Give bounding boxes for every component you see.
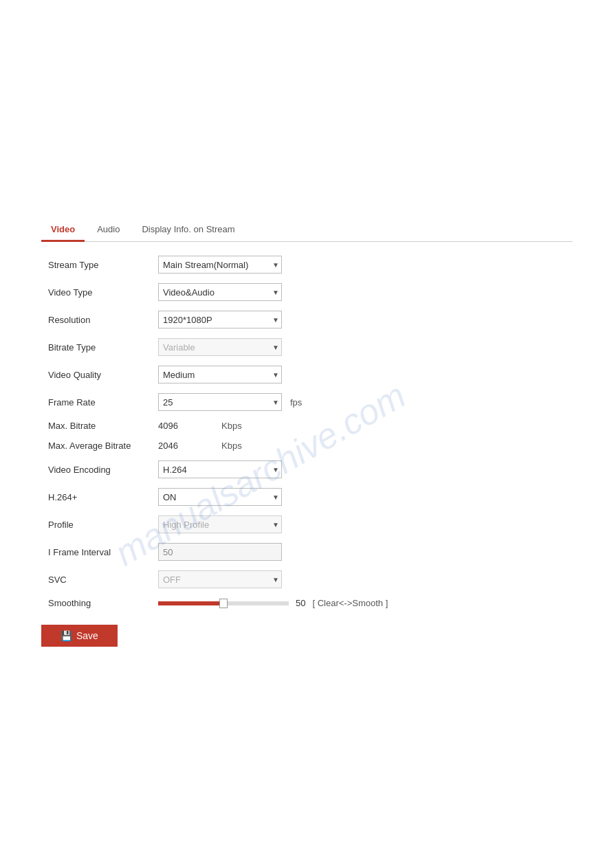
- video-type-select[interactable]: Video&Audio Video Audio: [158, 283, 282, 301]
- h264plus-row: H.264+ ON OFF ▼: [48, 488, 566, 506]
- max-avg-bitrate-label: Max. Average Bitrate: [48, 441, 158, 451]
- video-encoding-select[interactable]: H.264 H.265 MJPEG: [158, 460, 282, 478]
- svc-label: SVC: [48, 575, 158, 585]
- tab-audio[interactable]: Audio: [87, 220, 129, 242]
- max-bitrate-row: Max. Bitrate 4096 Kbps: [48, 421, 566, 431]
- video-quality-label: Video Quality: [48, 370, 158, 380]
- frame-rate-label: Frame Rate: [48, 397, 158, 408]
- main-content: Video Audio Display Info. on Stream Stre…: [0, 192, 614, 674]
- h264plus-select[interactable]: ON OFF: [158, 488, 282, 506]
- h264plus-label: H.264+: [48, 492, 158, 502]
- profile-select[interactable]: High Profile Main Profile Baseline Profi…: [158, 515, 282, 533]
- i-frame-interval-input[interactable]: [158, 543, 282, 561]
- max-bitrate-control: 4096 Kbps: [158, 421, 242, 431]
- smoothing-value: 50: [296, 598, 305, 608]
- smoothing-hint: [ Clear<->Smooth ]: [312, 598, 388, 608]
- frame-rate-row: Frame Rate 1234 5678 10121520 25 ▼ fps: [48, 393, 566, 411]
- i-frame-interval-row: I Frame Interval: [48, 543, 566, 561]
- save-button-wrap: 💾 Save: [41, 625, 573, 647]
- video-encoding-label: Video Encoding: [48, 465, 158, 475]
- tab-display[interactable]: Display Info. on Stream: [132, 220, 244, 242]
- max-bitrate-unit: Kbps: [221, 421, 242, 431]
- stream-type-select-wrapper: Main Stream(Normal) Sub Stream Third Str…: [158, 256, 282, 274]
- profile-control: High Profile Main Profile Baseline Profi…: [158, 515, 282, 533]
- video-quality-control: Lowest Lower Low Medium Higher Highest ▼: [158, 366, 282, 383]
- smoothing-slider-thumb[interactable]: [219, 599, 228, 608]
- form-section: Stream Type Main Stream(Normal) Sub Stre…: [41, 256, 573, 608]
- profile-row: Profile High Profile Main Profile Baseli…: [48, 515, 566, 533]
- resolution-label: Resolution: [48, 315, 158, 325]
- bitrate-type-label: Bitrate Type: [48, 342, 158, 353]
- video-encoding-select-wrapper: H.264 H.265 MJPEG ▼: [158, 460, 282, 478]
- i-frame-interval-control: [158, 543, 282, 561]
- frame-rate-select[interactable]: 1234 5678 10121520 25: [158, 393, 282, 411]
- max-avg-bitrate-unit: Kbps: [221, 441, 242, 451]
- stream-type-control: Main Stream(Normal) Sub Stream Third Str…: [158, 256, 282, 274]
- resolution-select[interactable]: 1920*1080P 1280*720P 704*576: [158, 311, 282, 329]
- max-bitrate-label: Max. Bitrate: [48, 421, 158, 431]
- video-type-row: Video Type Video&Audio Video Audio ▼: [48, 283, 566, 301]
- stream-type-row: Stream Type Main Stream(Normal) Sub Stre…: [48, 256, 566, 274]
- svc-control: OFF ON ▼: [158, 570, 282, 588]
- smoothing-label: Smoothing: [48, 598, 158, 608]
- resolution-control: 1920*1080P 1280*720P 704*576 ▼: [158, 311, 282, 329]
- stream-type-label: Stream Type: [48, 260, 158, 270]
- smoothing-slider-fill: [158, 601, 223, 605]
- video-quality-select-wrapper: Lowest Lower Low Medium Higher Highest ▼: [158, 366, 282, 383]
- video-encoding-control: H.264 H.265 MJPEG ▼: [158, 460, 282, 478]
- smoothing-slider-track[interactable]: [158, 601, 289, 605]
- profile-label: Profile: [48, 520, 158, 530]
- save-icon: 💾: [61, 630, 72, 641]
- bitrate-type-select[interactable]: Variable Constant: [158, 338, 282, 356]
- video-type-label: Video Type: [48, 287, 158, 298]
- frame-rate-unit: fps: [290, 397, 302, 408]
- stream-type-select[interactable]: Main Stream(Normal) Sub Stream Third Str…: [158, 256, 282, 274]
- h264plus-select-wrapper: ON OFF ▼: [158, 488, 282, 506]
- video-quality-select[interactable]: Lowest Lower Low Medium Higher Highest: [158, 366, 282, 383]
- video-type-select-wrapper: Video&Audio Video Audio ▼: [158, 283, 282, 301]
- resolution-select-wrapper: 1920*1080P 1280*720P 704*576 ▼: [158, 311, 282, 329]
- i-frame-interval-label: I Frame Interval: [48, 547, 158, 557]
- resolution-row: Resolution 1920*1080P 1280*720P 704*576 …: [48, 311, 566, 329]
- frame-rate-select-wrapper: 1234 5678 10121520 25 ▼: [158, 393, 282, 411]
- max-avg-bitrate-value: 2046: [158, 441, 213, 451]
- svc-select-wrapper: OFF ON ▼: [158, 570, 282, 588]
- max-avg-bitrate-control: 2046 Kbps: [158, 441, 242, 451]
- smoothing-control: 50 [ Clear<->Smooth ]: [158, 598, 388, 608]
- svc-row: SVC OFF ON ▼: [48, 570, 566, 588]
- bitrate-type-select-wrapper: Variable Constant ▼: [158, 338, 282, 356]
- video-quality-row: Video Quality Lowest Lower Low Medium Hi…: [48, 366, 566, 383]
- frame-rate-control: 1234 5678 10121520 25 ▼ fps: [158, 393, 302, 411]
- max-avg-bitrate-row: Max. Average Bitrate 2046 Kbps: [48, 441, 566, 451]
- svc-select[interactable]: OFF ON: [158, 570, 282, 588]
- video-type-control: Video&Audio Video Audio ▼: [158, 283, 282, 301]
- tabs-bar: Video Audio Display Info. on Stream: [41, 220, 573, 242]
- profile-select-wrapper: High Profile Main Profile Baseline Profi…: [158, 515, 282, 533]
- h264plus-control: ON OFF ▼: [158, 488, 282, 506]
- save-button[interactable]: 💾 Save: [41, 625, 118, 647]
- page-wrapper: manualsarchive.com Video Audio Display I…: [0, 192, 614, 868]
- video-encoding-row: Video Encoding H.264 H.265 MJPEG ▼: [48, 460, 566, 478]
- bitrate-type-row: Bitrate Type Variable Constant ▼: [48, 338, 566, 356]
- max-bitrate-value: 4096: [158, 421, 213, 431]
- save-label: Save: [76, 630, 98, 641]
- smoothing-row: Smoothing 50 [ Clear<->Smooth ]: [48, 598, 566, 608]
- tab-video[interactable]: Video: [41, 220, 85, 242]
- bitrate-type-control: Variable Constant ▼: [158, 338, 282, 356]
